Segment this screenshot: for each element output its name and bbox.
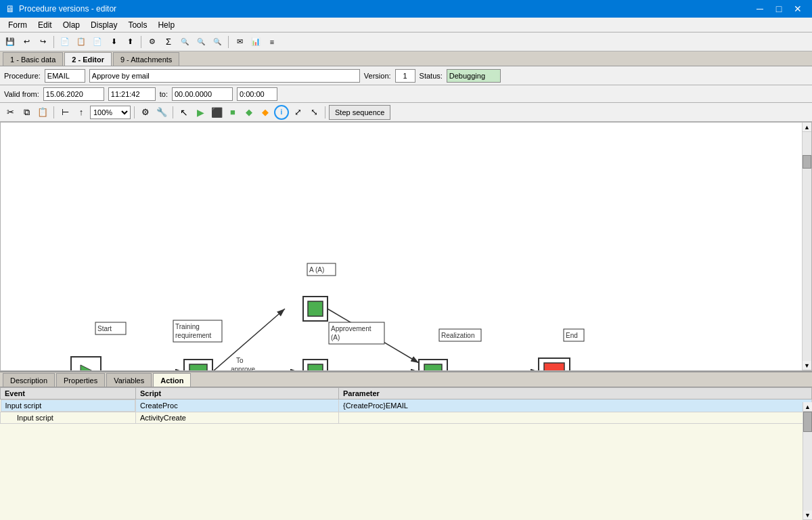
workflow-diagram: Start Training requirement A (A) Approve… xyxy=(1,123,811,370)
up-button[interactable]: ⬆ xyxy=(122,35,137,49)
menu-edit[interactable]: Edit xyxy=(32,19,58,31)
redo-button[interactable]: ↪ xyxy=(35,35,50,49)
save-button[interactable]: 💾 xyxy=(3,35,18,49)
expand-icon[interactable]: ⤢ xyxy=(290,105,305,120)
window-controls: ─ □ ✕ xyxy=(751,0,807,18)
scroll-down-arrow[interactable]: ▼ xyxy=(803,361,812,370)
separator xyxy=(53,36,54,48)
menu-tools[interactable]: Tools xyxy=(122,19,152,31)
svg-text:Training: Training xyxy=(175,323,200,330)
minimize-button[interactable]: ─ xyxy=(751,0,769,18)
canvas-scrollbar[interactable]: ▲ ▼ xyxy=(802,123,811,370)
date-input[interactable] xyxy=(43,87,104,101)
separator xyxy=(134,106,135,118)
row1-script: CreateProc xyxy=(136,399,339,412)
table-scroll-track[interactable] xyxy=(803,412,812,511)
btab-properties[interactable]: Properties xyxy=(56,373,105,387)
main-tabs: 1 - Basic data 2 - Editor 9 - Attachment… xyxy=(0,51,812,66)
search3-button[interactable]: 🔍 xyxy=(210,35,225,49)
search2-button[interactable]: 🔍 xyxy=(194,35,208,49)
menu-help[interactable]: Help xyxy=(152,19,180,31)
scroll-track[interactable] xyxy=(803,132,811,361)
row1-event: Input script xyxy=(1,399,136,412)
svg-text:Approvement: Approvement xyxy=(331,325,371,332)
to-date-input[interactable] xyxy=(172,87,233,101)
bottom-tabs: Description Properties Variables Action xyxy=(0,372,812,387)
play-draw-icon[interactable]: ▶ xyxy=(193,105,208,120)
info-icon[interactable]: i xyxy=(274,105,289,120)
zoom-select[interactable]: 100% 75% 50% 150% xyxy=(90,106,131,119)
to-time-input[interactable] xyxy=(237,87,277,101)
chart-button[interactable]: 📊 xyxy=(248,35,263,49)
procedure-name-input[interactable] xyxy=(89,69,360,83)
window-title: Procedure versions - editor xyxy=(19,4,751,14)
collapse-icon[interactable]: ⤡ xyxy=(307,105,321,120)
square-icon[interactable]: ■ xyxy=(225,105,240,120)
down-button[interactable]: ⬇ xyxy=(106,35,121,49)
svg-text:approve: approve xyxy=(231,366,256,370)
settings-draw-icon[interactable]: ⚙ xyxy=(138,105,153,120)
table-scrollbar[interactable]: ▲ ▼ xyxy=(803,402,812,520)
email-button[interactable]: ✉ xyxy=(232,35,247,49)
maximize-button[interactable]: □ xyxy=(770,0,788,18)
copy-draw-icon[interactable]: ⧉ xyxy=(19,105,34,120)
step-sequence-button[interactable]: Step sequence xyxy=(329,105,390,120)
app-icon: 🖥 xyxy=(5,3,15,14)
menubar: Form Edit Olap Display Tools Help xyxy=(0,18,812,32)
btab-variables[interactable]: Variables xyxy=(106,373,152,387)
svg-rect-20 xyxy=(424,364,442,370)
separator xyxy=(173,106,173,118)
stop-icon[interactable]: ⬛ xyxy=(209,105,224,120)
indent-icon[interactable]: ⊢ xyxy=(58,105,72,120)
paste-button[interactable]: 📄 xyxy=(90,35,105,49)
undo-button[interactable]: ↩ xyxy=(19,35,34,49)
cursor-icon[interactable]: ↖ xyxy=(177,105,191,120)
scroll-thumb[interactable] xyxy=(803,155,811,169)
btab-description[interactable]: Description xyxy=(3,373,55,387)
svg-line-2 xyxy=(212,309,285,370)
row2-parameter xyxy=(339,412,812,424)
sum-button[interactable]: Σ xyxy=(161,35,176,49)
scroll-up-arrow[interactable]: ▲ xyxy=(803,123,812,132)
outdent-icon[interactable]: ↑ xyxy=(74,105,89,120)
status-label: Status: xyxy=(420,72,443,80)
paste-draw-icon[interactable]: 📋 xyxy=(35,105,50,120)
search1-button[interactable]: 🔍 xyxy=(177,35,192,49)
status-input[interactable] xyxy=(447,69,501,83)
procedure-label: Procedure: xyxy=(4,72,41,80)
btab-action[interactable]: Action xyxy=(153,373,191,387)
svg-text:(A): (A) xyxy=(331,334,340,341)
col-parameter: Parameter xyxy=(339,388,812,399)
col-event: Event xyxy=(1,388,136,399)
procedure-code-input[interactable] xyxy=(45,69,85,83)
menu-form[interactable]: Form xyxy=(3,19,32,31)
tab-attachments[interactable]: 9 - Attachments xyxy=(113,52,179,66)
close-button[interactable]: ✕ xyxy=(789,0,807,18)
table-scroll-thumb[interactable] xyxy=(803,412,812,432)
separator xyxy=(53,106,54,118)
orange-diamond-icon[interactable]: ◆ xyxy=(258,105,273,120)
diamond-icon[interactable]: ◆ xyxy=(242,105,256,120)
valid-from-label: Valid from: xyxy=(4,90,39,98)
menu-display[interactable]: Display xyxy=(85,19,122,31)
form-row: Procedure: Version: Status: xyxy=(0,66,812,85)
settings-button[interactable]: ⚙ xyxy=(145,35,160,49)
cut-icon[interactable]: ✂ xyxy=(3,105,18,120)
tab-basic-data[interactable]: 1 - Basic data xyxy=(3,52,63,66)
copy-button[interactable]: 📋 xyxy=(74,35,89,49)
main-area: Start Training requirement A (A) Approve… xyxy=(0,122,812,520)
version-input[interactable] xyxy=(395,69,415,83)
menu-button[interactable]: ≡ xyxy=(265,35,279,49)
col-script: Script xyxy=(136,388,339,399)
tab-editor[interactable]: 2 - Editor xyxy=(64,52,112,66)
canvas-area: Start Training requirement A (A) Approve… xyxy=(0,122,812,371)
svg-text:requirement: requirement xyxy=(175,332,212,339)
time-input[interactable] xyxy=(108,87,156,101)
action-table: Event Script Parameter Input script Crea… xyxy=(0,387,812,520)
new-button[interactable]: 📄 xyxy=(58,35,72,49)
row2-script: ActivityCreate xyxy=(136,412,339,424)
table-scroll-up[interactable]: ▲ xyxy=(803,402,813,412)
menu-olap[interactable]: Olap xyxy=(58,19,85,31)
config-icon[interactable]: 🔧 xyxy=(154,105,169,120)
table-scroll-down[interactable]: ▼ xyxy=(803,511,813,520)
